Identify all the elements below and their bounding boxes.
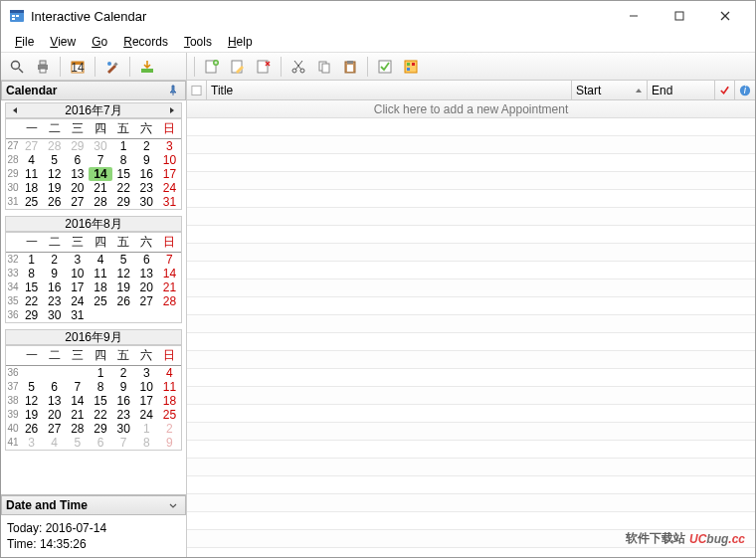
list-row[interactable] (187, 369, 755, 387)
list-row[interactable] (187, 279, 755, 297)
cut-button[interactable] (286, 56, 310, 78)
new-appointment-button[interactable] (200, 56, 224, 78)
list-row[interactable] (187, 387, 755, 405)
calendar-day[interactable]: 24 (158, 181, 181, 195)
list-row[interactable] (187, 548, 755, 557)
print-button[interactable] (31, 56, 55, 78)
calendar-day[interactable]: 30 (89, 139, 111, 153)
calendar-day[interactable]: 12 (43, 167, 66, 181)
calendar-day[interactable]: 2 (112, 366, 135, 380)
calendar-day[interactable]: 21 (66, 408, 89, 422)
calendar-day[interactable]: 16 (135, 167, 158, 181)
menu-file[interactable]: File (7, 32, 42, 52)
calendar-day[interactable]: 1 (135, 422, 158, 436)
calendar-day[interactable]: 14 (89, 167, 111, 181)
calendar-day[interactable]: 25 (20, 195, 43, 209)
list-row[interactable] (187, 459, 755, 476)
calendar-day[interactable]: 28 (158, 294, 181, 308)
calendar-day[interactable]: 3 (135, 366, 158, 380)
calendar-day[interactable]: 19 (43, 181, 66, 195)
list-row[interactable] (187, 351, 755, 369)
calendar-day[interactable]: 31 (158, 195, 181, 209)
list-row[interactable] (187, 530, 755, 548)
categories-button[interactable] (399, 56, 423, 78)
calendar-day[interactable]: 10 (66, 267, 89, 280)
calendar-day[interactable]: 28 (43, 139, 66, 153)
menu-go[interactable]: Go (84, 32, 115, 52)
calendar-day[interactable]: 5 (112, 253, 135, 267)
calendar-day[interactable]: 7 (112, 436, 135, 450)
column-done[interactable] (715, 81, 735, 99)
calendar-day[interactable]: 5 (66, 436, 89, 450)
calendar-day[interactable]: 9 (158, 436, 181, 450)
calendar-day[interactable]: 3 (66, 253, 89, 267)
calendar-day[interactable]: 29 (20, 308, 43, 322)
column-start[interactable]: Start (572, 81, 648, 99)
calendar-day[interactable]: 7 (158, 253, 181, 267)
calendar-day[interactable]: 20 (43, 408, 66, 422)
calendar-day[interactable]: 15 (20, 280, 43, 294)
today-button[interactable]: 14 (66, 56, 90, 78)
calendar-day[interactable]: 26 (112, 294, 135, 308)
list-row[interactable] (187, 423, 755, 441)
calendar-day[interactable]: 27 (66, 195, 89, 209)
calendar-day[interactable]: 11 (20, 167, 43, 181)
calendar-day[interactable]: 21 (158, 280, 181, 294)
calendar-day[interactable]: 4 (158, 366, 181, 380)
list-row[interactable] (187, 405, 755, 423)
list-row[interactable] (187, 476, 755, 494)
calendar-day[interactable]: 11 (89, 267, 111, 280)
calendar-day[interactable]: 1 (112, 139, 135, 153)
next-month-button[interactable] (165, 103, 179, 117)
calendar-day[interactable]: 10 (158, 153, 181, 167)
calendar-day[interactable]: 6 (89, 436, 111, 450)
list-row[interactable] (187, 190, 755, 208)
calendar-day[interactable]: 4 (43, 436, 66, 450)
calendar-day[interactable]: 16 (43, 280, 66, 294)
calendar-day[interactable]: 25 (89, 294, 111, 308)
list-row[interactable] (187, 262, 755, 279)
calendar-day[interactable]: 13 (66, 167, 89, 181)
calendar-day[interactable] (20, 366, 43, 380)
complete-button[interactable] (373, 56, 397, 78)
calendar-day[interactable]: 28 (66, 422, 89, 436)
list-row[interactable] (187, 297, 755, 315)
calendar-day[interactable]: 7 (89, 153, 111, 167)
calendar-day[interactable]: 23 (112, 408, 135, 422)
list-row[interactable] (187, 118, 755, 136)
import-button[interactable] (135, 56, 159, 78)
copy-button[interactable] (312, 56, 336, 78)
list-row[interactable] (187, 244, 755, 262)
calendar-day[interactable]: 27 (135, 294, 158, 308)
calendar-day[interactable]: 22 (112, 181, 135, 195)
list-row[interactable] (187, 172, 755, 190)
calendar-day[interactable] (158, 308, 181, 322)
calendar-day[interactable]: 18 (89, 280, 111, 294)
calendar-day[interactable]: 11 (158, 380, 181, 394)
calendar-day[interactable]: 25 (158, 408, 181, 422)
calendar-day[interactable]: 29 (66, 139, 89, 153)
column-info[interactable]: i (735, 81, 755, 99)
calendar-day[interactable]: 26 (43, 195, 66, 209)
calendar-day[interactable]: 6 (43, 380, 66, 394)
calendar-day[interactable]: 30 (135, 195, 158, 209)
calendar-day[interactable]: 15 (112, 167, 135, 181)
calendar-day[interactable]: 1 (20, 253, 43, 267)
calendar-day[interactable] (112, 308, 135, 322)
calendar-day[interactable]: 3 (158, 139, 181, 153)
calendar-day[interactable]: 6 (135, 253, 158, 267)
list-row[interactable] (187, 136, 755, 154)
calendar-day[interactable]: 23 (135, 181, 158, 195)
calendar-day[interactable]: 4 (20, 153, 43, 167)
calendar-day[interactable]: 22 (89, 408, 111, 422)
calendar-day[interactable]: 13 (43, 394, 66, 408)
calendar-day[interactable]: 24 (135, 408, 158, 422)
calendar-day[interactable]: 18 (158, 394, 181, 408)
calendar-day[interactable]: 20 (135, 280, 158, 294)
calendar-day[interactable]: 27 (20, 139, 43, 153)
calendar-day[interactable] (89, 308, 111, 322)
calendar-day[interactable]: 2 (135, 139, 158, 153)
calendar-day[interactable]: 7 (66, 380, 89, 394)
calendar-day[interactable]: 19 (20, 408, 43, 422)
calendar-day[interactable]: 6 (66, 153, 89, 167)
